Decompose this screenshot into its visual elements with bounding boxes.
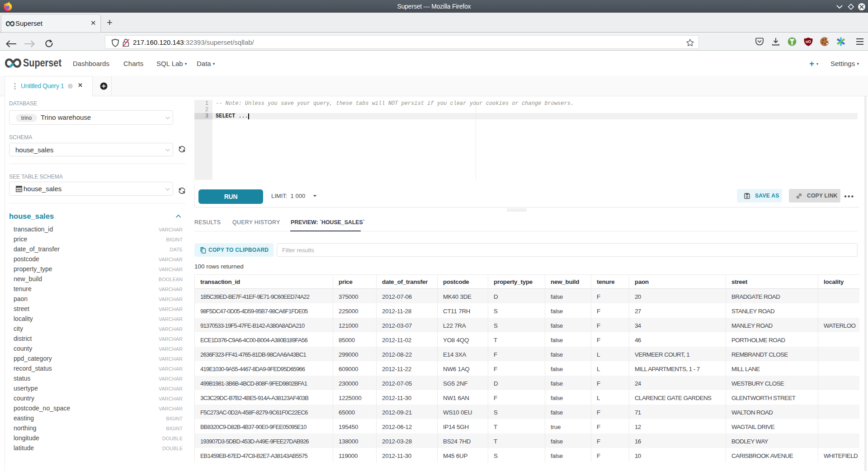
svg-text:Superset: Superset <box>23 58 61 69</box>
svg-text:uO: uO <box>806 39 811 44</box>
